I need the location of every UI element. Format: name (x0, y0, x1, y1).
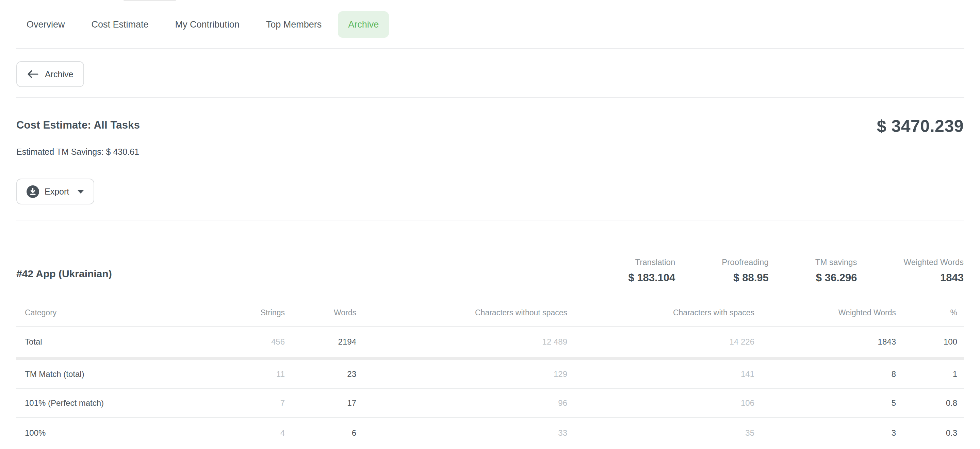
table-row-100: 100% 4 6 33 35 3 0.3 (16, 418, 964, 448)
export-button-label: Export (45, 187, 69, 197)
task-stats: Translation $ 183.104 Proofreading $ 88.… (628, 257, 964, 284)
chevron-down-icon (77, 190, 84, 194)
cell-percent: 1 (896, 370, 964, 379)
col-header-chars-without-spaces: Characters without spaces (356, 308, 567, 317)
back-to-archive-button[interactable]: Archive (16, 61, 84, 87)
divider-under-toolbar (16, 97, 964, 98)
table-header-row: Category Strings Words Characters withou… (16, 299, 964, 327)
cell-chars-with-spaces: 14 226 (567, 337, 754, 347)
cell-chars-without-spaces: 33 (356, 428, 567, 438)
col-header-chars-with-spaces: Characters with spaces (567, 308, 754, 317)
tab-my-contribution[interactable]: My Contribution (165, 11, 250, 38)
total-cost-value: $ 3470.239 (877, 116, 964, 136)
cell-category: Total (16, 337, 186, 347)
cell-words: 23 (285, 370, 356, 379)
col-header-percent: % (896, 308, 964, 317)
tab-archive[interactable]: Archive (338, 11, 389, 38)
tab-bar: Overview Cost Estimate My Contribution T… (16, 11, 389, 38)
stat-value: 1843 (904, 272, 964, 284)
page-title: Cost Estimate: All Tasks (16, 119, 140, 131)
cell-chars-without-spaces: 129 (356, 370, 567, 379)
cell-strings: 456 (186, 337, 285, 347)
cell-percent: 100 (896, 337, 964, 347)
export-button[interactable]: Export (16, 179, 94, 205)
cost-estimate-table: Category Strings Words Characters withou… (16, 299, 964, 448)
col-header-category: Category (16, 308, 186, 317)
tab-cost-estimate[interactable]: Cost Estimate (81, 11, 159, 38)
cell-chars-without-spaces: 96 (356, 398, 567, 408)
stat-label: Weighted Words (904, 257, 964, 267)
table-row-total: Total 456 2194 12 489 14 226 1843 100 (16, 327, 964, 357)
tab-top-members[interactable]: Top Members (256, 11, 332, 38)
tm-savings-line: Estimated TM Savings: $ 430.61 (16, 147, 139, 157)
cell-chars-with-spaces: 35 (567, 428, 754, 438)
task-section-title: #42 App (Ukrainian) (16, 268, 112, 279)
cell-chars-without-spaces: 12 489 (356, 337, 567, 347)
stat-value: $ 88.95 (722, 272, 768, 284)
stat-label: Proofreading (722, 257, 768, 267)
stat-label: TM savings (815, 257, 857, 267)
col-header-strings: Strings (186, 308, 285, 317)
cell-weighted-words: 8 (754, 370, 896, 379)
cell-chars-with-spaces: 141 (567, 370, 754, 379)
back-button-label: Archive (45, 70, 73, 79)
cutoff-element-fragment (124, 0, 176, 1)
col-header-words: Words (285, 308, 356, 317)
cell-chars-with-spaces: 106 (567, 398, 754, 408)
cell-category: 101% (Perfect match) (16, 398, 186, 408)
col-header-weighted-words: Weighted Words (754, 308, 896, 317)
tab-overview[interactable]: Overview (16, 11, 75, 38)
cell-strings: 4 (186, 428, 285, 438)
stat-proofreading: Proofreading $ 88.95 (722, 257, 768, 284)
stat-label: Translation (628, 257, 675, 267)
download-icon (27, 186, 39, 198)
stat-tm-savings: TM savings $ 36.296 (815, 257, 857, 284)
stat-translation: Translation $ 183.104 (628, 257, 675, 284)
cell-weighted-words: 1843 (754, 337, 896, 347)
arrow-left-icon (27, 70, 39, 79)
cell-category: 100% (16, 428, 186, 438)
stat-value: $ 36.296 (815, 272, 857, 284)
cell-words: 6 (285, 428, 356, 438)
stat-value: $ 183.104 (628, 272, 675, 284)
table-row-101-perfect-match: 101% (Perfect match) 7 17 96 106 5 0.8 (16, 389, 964, 418)
cell-strings: 11 (186, 370, 285, 379)
stat-weighted-words: Weighted Words 1843 (904, 257, 964, 284)
table-row-tm-match: TM Match (total) 11 23 129 141 8 1 (16, 360, 964, 389)
cell-percent: 0.8 (896, 398, 964, 408)
cell-weighted-words: 3 (754, 428, 896, 438)
cell-words: 2194 (285, 337, 356, 347)
divider-under-export (16, 220, 964, 221)
cell-percent: 0.3 (896, 428, 964, 438)
cell-category: TM Match (total) (16, 370, 186, 379)
divider-under-tabs (16, 48, 964, 49)
cell-strings: 7 (186, 398, 285, 408)
cell-words: 17 (285, 398, 356, 408)
thick-row-divider (16, 357, 964, 360)
cell-weighted-words: 5 (754, 398, 896, 408)
